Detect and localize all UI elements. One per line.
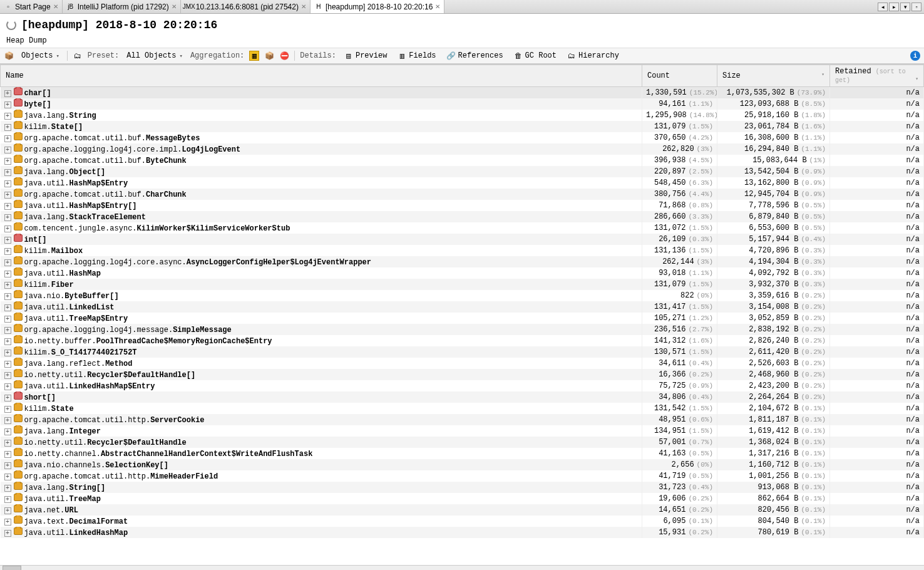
expand-icon[interactable]: + (4, 316, 11, 323)
expand-icon[interactable]: + (4, 417, 11, 424)
expand-icon[interactable]: + (4, 282, 11, 289)
table-row[interactable]: +java.lang.String[]31,723(0.4%)913,068 B… (1, 482, 924, 493)
expand-icon[interactable]: + (4, 361, 11, 368)
expand-icon[interactable]: + (4, 259, 11, 266)
table-row[interactable]: +org.apache.tomcat.util.buf.CharChunk380… (1, 189, 924, 200)
table-row[interactable]: +java.text.DecimalFormat6,095(0.1%)804,5… (1, 516, 924, 527)
expand-icon[interactable]: + (4, 158, 11, 165)
expand-icon[interactable]: + (4, 383, 11, 390)
table-row[interactable]: +java.nio.ByteBuffer[]822(0%)3,359,616 B… (1, 290, 924, 301)
table-row[interactable]: +java.util.LinkedList131,417(1.5%)3,154,… (1, 301, 924, 313)
table-row[interactable]: +char[]1,330,591(15.2%)1,073,535,302 B(7… (1, 87, 924, 99)
expand-icon[interactable]: + (4, 462, 11, 469)
table-row[interactable]: +org.apache.tomcat.util.buf.MessageBytes… (1, 132, 924, 143)
expand-icon[interactable]: + (4, 530, 11, 537)
fields-button[interactable]: ▥Fields (394, 50, 438, 61)
expand-icon[interactable]: + (4, 507, 11, 514)
references-button[interactable]: 🔗References (444, 50, 506, 61)
table-row[interactable]: +java.lang.StackTraceElement286,660(3.3%… (1, 211, 924, 222)
expand-icon[interactable]: + (4, 248, 11, 255)
prev-button[interactable]: ◂ (878, 3, 888, 11)
expand-icon[interactable]: + (4, 203, 11, 210)
table-row[interactable]: +org.apache.logging.log4j.core.impl.Log4… (1, 143, 924, 155)
expand-icon[interactable]: + (4, 474, 11, 480)
expand-icon[interactable]: + (4, 90, 11, 97)
expand-icon[interactable]: + (4, 406, 11, 413)
minimize-button[interactable]: ▾ (900, 3, 910, 11)
expand-icon[interactable]: + (4, 237, 11, 244)
close-icon[interactable]: ✕ (172, 3, 177, 10)
objects-dropdown[interactable]: Objects (19, 51, 62, 61)
expand-icon[interactable]: + (4, 440, 11, 447)
table-row[interactable]: +org.apache.tomcat.util.http.MimeHeaderF… (1, 470, 924, 482)
expand-icon[interactable]: + (4, 124, 11, 131)
table-row[interactable]: +java.lang.String1,295,908(14.8%)25,918,… (1, 110, 924, 121)
horizontal-scrollbar[interactable] (0, 565, 924, 570)
expand-icon[interactable]: + (4, 293, 11, 300)
table-row[interactable]: +short[]34,806(0.4%)2,264,264 B(0.2%)n/a (1, 391, 924, 403)
table-row[interactable]: +java.util.LinkedHashMap$Entry75,725(0.9… (1, 380, 924, 391)
table-row[interactable]: +kilim.Fiber131,079(1.5%)3,932,370 B(0.3… (1, 279, 924, 290)
preview-button[interactable]: ▤Preview (341, 50, 389, 61)
table-row[interactable]: +kilim.State131,542(1.5%)2,104,672 B(0.1… (1, 403, 924, 414)
table-row[interactable]: +io.netty.channel.AbstractChannelHandler… (1, 448, 924, 459)
hierarchy-button[interactable]: 🗂Hierarchy (564, 50, 622, 61)
expand-icon[interactable]: + (4, 496, 11, 503)
preset-icon[interactable]: 🗂 (73, 51, 83, 61)
expand-icon[interactable]: + (4, 519, 11, 526)
aggregation-pkg-icon[interactable]: 📦 (264, 51, 274, 61)
column-size[interactable]: Size (717, 65, 830, 87)
tab[interactable]: ▫Start Page✕ (0, 0, 63, 13)
tab[interactable]: JMX10.213.146.6:8081 (pid 27542)✕ (181, 0, 311, 13)
table-row[interactable]: +int[]26,109(0.3%)5,157,944 B(0.4%)n/a (1, 234, 924, 245)
table-row[interactable]: +java.lang.reflect.Method34,611(0.4%)2,5… (1, 358, 924, 369)
table-row[interactable]: +java.util.HashMap$Entry[]71,868(0.8%)7,… (1, 200, 924, 211)
expand-icon[interactable]: + (4, 271, 11, 277)
table-row[interactable]: +org.apache.logging.log4j.message.Simple… (1, 324, 924, 335)
table-row[interactable]: +kilim.State[]131,079(1.5%)23,061,784 B(… (1, 121, 924, 132)
expand-icon[interactable]: + (4, 350, 11, 356)
maximize-button[interactable]: ▫ (911, 3, 921, 11)
table-row[interactable]: +org.apache.logging.log4j.core.async.Asy… (1, 256, 924, 267)
expand-icon[interactable]: + (4, 372, 11, 379)
expand-icon[interactable]: + (4, 451, 11, 458)
expand-icon[interactable]: + (4, 180, 11, 187)
tab[interactable]: H[heapdump] 2018-8-10 20:20:16✕ (311, 0, 444, 13)
close-icon[interactable]: ✕ (301, 3, 306, 10)
expand-icon[interactable]: + (4, 101, 11, 108)
refresh-icon[interactable] (6, 20, 16, 30)
next-button[interactable]: ▸ (889, 3, 899, 11)
expand-icon[interactable]: + (4, 428, 11, 435)
table-row[interactable]: +java.nio.channels.SelectionKey[]2,656(0… (1, 459, 924, 470)
table-row[interactable]: +io.netty.util.Recycler$DefaultHandle[]1… (1, 369, 924, 380)
preset-dropdown[interactable]: All Objects (124, 51, 185, 61)
expand-icon[interactable]: + (4, 304, 11, 311)
expand-icon[interactable]: + (4, 485, 11, 492)
expand-icon[interactable]: + (4, 113, 11, 120)
table-row[interactable]: +kilim.S_O_T1417744021752T130,571(1.5%)2… (1, 346, 924, 358)
table-row[interactable]: +io.netty.util.Recycler$DefaultHandle57,… (1, 437, 924, 448)
expand-icon[interactable]: + (4, 192, 11, 199)
table-row[interactable]: +java.util.HashMap93,018(1.1%)4,092,792 … (1, 267, 924, 279)
expand-icon[interactable]: + (4, 147, 11, 153)
expand-icon[interactable]: + (4, 225, 11, 232)
table-row[interactable]: +byte[]94,161(1.1%)123,093,688 B(8.5%)n/… (1, 98, 924, 110)
table-row[interactable]: +java.util.HashMap$Entry548,450(6.3%)13,… (1, 177, 924, 189)
expand-icon[interactable]: + (4, 214, 11, 221)
gcroot-button[interactable]: 🗑GC Root (511, 50, 559, 61)
tab[interactable]: jBIntelliJ Platform (pid 17292)✕ (63, 0, 181, 13)
aggregation-stop-icon[interactable]: ⛔ (279, 51, 289, 61)
expand-icon[interactable]: + (4, 169, 11, 176)
heap-table-wrapper[interactable]: Name Count Size Retained (sort to get) +… (0, 64, 924, 565)
table-row[interactable]: +org.apache.tomcat.util.buf.ByteChunk396… (1, 155, 924, 166)
table-row[interactable]: +java.net.URL14,651(0.2%)820,456 B(0.1%)… (1, 504, 924, 516)
table-row[interactable]: +java.util.TreeMap19,606(0.2%)862,664 B(… (1, 493, 924, 504)
table-row[interactable]: +java.util.LinkedHashMap15,931(0.2%)780,… (1, 527, 924, 538)
expand-icon[interactable]: + (4, 135, 11, 142)
table-row[interactable]: +io.netty.buffer.PoolThreadCache$MemoryR… (1, 335, 924, 346)
table-row[interactable]: +java.lang.Integer134,951(1.5%)1,619,412… (1, 425, 924, 437)
info-icon[interactable]: i (910, 51, 920, 61)
column-count[interactable]: Count (642, 65, 717, 87)
close-icon[interactable]: ✕ (435, 3, 440, 10)
table-row[interactable]: +kilim.Mailbox131,136(1.5%)4,720,896 B(0… (1, 245, 924, 256)
